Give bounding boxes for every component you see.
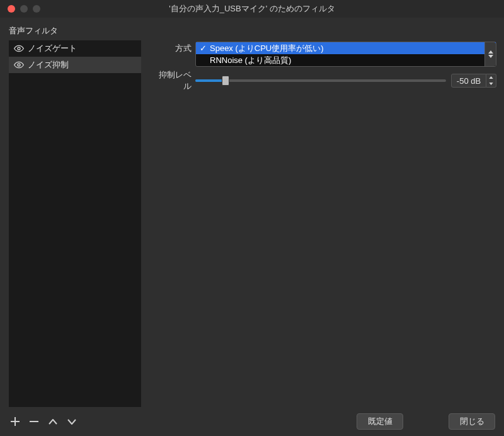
titlebar: '自分の声入力_USBマイク' のためのフィルタ	[0, 0, 504, 18]
method-dropdown[interactable]: ✓ Speex (よりCPU使用率が低い) RNNoise (より高品質)	[195, 42, 496, 55]
stepper-up-icon[interactable]	[486, 74, 496, 81]
add-filter-icon[interactable]	[9, 415, 21, 428]
main-panel: 方式 ✓ Speex (よりCPU使用率が低い) RNNoise (より高品質)	[141, 18, 504, 407]
dropdown-option-speex[interactable]: ✓ Speex (よりCPU使用率が低い)	[196, 42, 496, 54]
close-button[interactable]: 閉じる	[449, 413, 495, 430]
check-icon: ✓	[198, 43, 207, 53]
visibility-icon[interactable]	[14, 43, 24, 54]
svg-point-1	[18, 64, 20, 66]
slider-thumb[interactable]	[222, 76, 229, 86]
stepper-down-icon[interactable]	[486, 81, 496, 87]
move-up-icon[interactable]	[47, 415, 59, 428]
filter-item-label: ノイズゲート	[28, 43, 77, 54]
slider-fill	[195, 79, 226, 82]
suppress-value[interactable]: -50 dB	[451, 74, 486, 88]
sidebar-title: 音声フィルタ	[9, 25, 141, 37]
suppress-stepper[interactable]	[486, 74, 496, 88]
dropdown-option-label: RNNoise (より高品質)	[210, 55, 291, 66]
defaults-button[interactable]: 既定値	[357, 413, 403, 430]
filter-item-label: ノイズ抑制	[28, 59, 69, 71]
dropdown-arrows-icon[interactable]	[484, 42, 496, 66]
filter-item-noise-gate[interactable]: ノイズゲート	[9, 40, 141, 57]
suppress-slider[interactable]	[195, 79, 446, 82]
suppress-label: 抑制レベル	[151, 69, 195, 92]
filter-item-noise-suppress[interactable]: ノイズ抑制	[9, 57, 141, 73]
visibility-icon[interactable]	[14, 60, 24, 70]
sidebar: 音声フィルタ ノイズゲート ノイズ抑制	[0, 18, 141, 407]
dropdown-option-rnnoise[interactable]: RNNoise (より高品質)	[196, 54, 496, 66]
svg-point-0	[18, 47, 20, 50]
move-down-icon[interactable]	[66, 415, 78, 428]
remove-filter-icon[interactable]	[28, 415, 40, 428]
window-title: '自分の声入力_USBマイク' のためのフィルタ	[0, 3, 504, 14]
footer: 既定値 閉じる	[0, 407, 504, 436]
method-label: 方式	[151, 43, 195, 54]
filter-list: ノイズゲート ノイズ抑制	[9, 40, 141, 407]
dropdown-option-label: Speex (よりCPU使用率が低い)	[210, 43, 324, 54]
